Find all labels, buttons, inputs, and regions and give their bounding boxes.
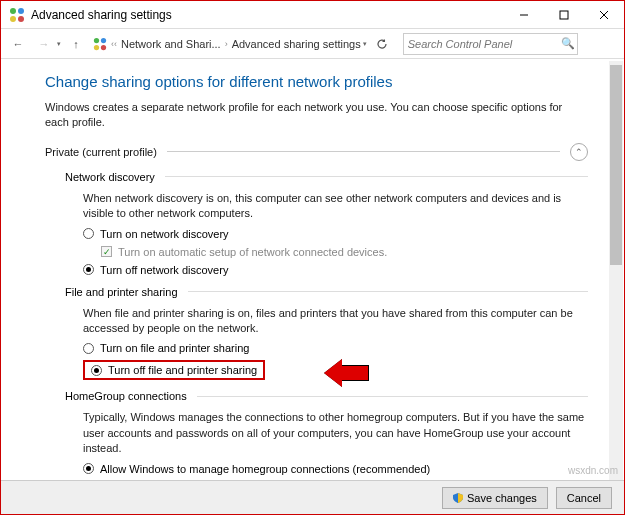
search-icon[interactable]: 🔍 (559, 37, 577, 50)
radio-fs-off[interactable]: Turn off file and printer sharing (83, 360, 265, 380)
svg-point-9 (101, 37, 106, 42)
breadcrumb[interactable]: ‹‹ Network and Shari... › Advanced shari… (93, 37, 361, 51)
divider (188, 291, 588, 292)
svg-point-11 (101, 44, 106, 49)
history-dropdown-icon[interactable]: ▾ (57, 40, 61, 48)
radio-icon (83, 264, 94, 275)
page-heading: Change sharing options for different net… (45, 73, 588, 90)
breadcrumb-icon (93, 37, 107, 51)
profile-label: Private (current profile) (45, 146, 157, 158)
radio-label: Allow Windows to manage homegroup connec… (100, 463, 430, 475)
scrollbar[interactable] (609, 61, 623, 480)
search-box[interactable]: 🔍 (403, 33, 578, 55)
network-discovery-header: Network discovery (65, 171, 588, 183)
cancel-button[interactable]: Cancel (556, 487, 612, 509)
radio-icon (83, 463, 94, 474)
homegroup-title: HomeGroup connections (65, 390, 187, 402)
radio-label: Turn on file and printer sharing (100, 342, 249, 354)
radio-fs-on[interactable]: Turn on file and printer sharing (83, 342, 588, 354)
content-area: Change sharing options for different net… (11, 61, 608, 480)
breadcrumb-item-network[interactable]: Network and Shari... (121, 38, 221, 50)
back-button[interactable]: ← (7, 33, 29, 55)
app-icon (9, 7, 25, 23)
radio-label: Turn off file and printer sharing (108, 364, 257, 376)
minimize-button[interactable] (504, 1, 544, 29)
divider (197, 396, 588, 397)
navbar: ← → ▾ ↑ ‹‹ Network and Shari... › Advanc… (1, 29, 624, 59)
homegroup-desc: Typically, Windows manages the connectio… (83, 410, 588, 456)
file-sharing-desc: When file and printer sharing is on, fil… (83, 306, 588, 337)
file-sharing-title: File and printer sharing (65, 286, 178, 298)
breadcrumb-item-advanced[interactable]: Advanced sharing settings (232, 38, 361, 50)
radio-icon (83, 228, 94, 239)
chevron-right-icon: › (225, 39, 228, 49)
search-input[interactable] (404, 38, 559, 50)
svg-point-1 (18, 8, 24, 14)
radio-icon (83, 343, 94, 354)
file-sharing-header: File and printer sharing (65, 286, 588, 298)
svg-point-3 (18, 16, 24, 22)
svg-point-8 (94, 37, 99, 42)
checkbox-icon: ✓ (101, 246, 112, 257)
cancel-label: Cancel (567, 492, 601, 504)
radio-nd-on[interactable]: Turn on network discovery (83, 228, 588, 240)
radio-icon (91, 365, 102, 376)
page-intro: Windows creates a separate network profi… (45, 100, 588, 131)
refresh-button[interactable] (371, 33, 393, 55)
shield-icon (453, 493, 463, 503)
close-button[interactable] (584, 1, 624, 29)
save-label: Save changes (467, 492, 537, 504)
svg-point-2 (10, 16, 16, 22)
arrow-body (341, 365, 369, 381)
radio-label: Turn off network discovery (100, 264, 228, 276)
watermark: wsxdn.com (568, 465, 618, 476)
svg-point-0 (10, 8, 16, 14)
homegroup-header: HomeGroup connections (65, 390, 588, 402)
window-title: Advanced sharing settings (31, 8, 172, 22)
up-button[interactable]: ↑ (65, 33, 87, 55)
titlebar: Advanced sharing settings (1, 1, 624, 29)
footer: Save changes Cancel (1, 480, 624, 514)
radio-hg-allow[interactable]: Allow Windows to manage homegroup connec… (83, 463, 588, 475)
save-button[interactable]: Save changes (442, 487, 548, 509)
divider (165, 176, 588, 177)
annotation-arrow (324, 359, 369, 387)
profile-section-header[interactable]: Private (current profile) ⌃ (45, 143, 588, 161)
radio-label: Turn on network discovery (100, 228, 229, 240)
collapse-icon[interactable]: ⌃ (570, 143, 588, 161)
radio-nd-off[interactable]: Turn off network discovery (83, 264, 588, 276)
checkbox-nd-auto[interactable]: ✓ Turn on automatic setup of network con… (101, 246, 588, 258)
arrow-head-icon (324, 359, 342, 387)
network-discovery-title: Network discovery (65, 171, 155, 183)
svg-point-10 (94, 44, 99, 49)
address-dropdown-icon[interactable]: ▾ (363, 40, 367, 48)
scroll-thumb[interactable] (610, 65, 622, 265)
maximize-button[interactable] (544, 1, 584, 29)
svg-rect-5 (560, 11, 568, 19)
divider (167, 151, 560, 152)
checkbox-label: Turn on automatic setup of network conne… (118, 246, 387, 258)
forward-button[interactable]: → (33, 33, 55, 55)
network-discovery-desc: When network discovery is on, this compu… (83, 191, 588, 222)
